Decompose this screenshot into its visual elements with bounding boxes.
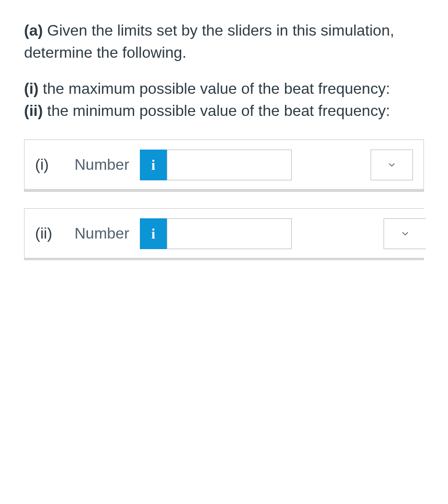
answer-row-i: (i) Number i <box>24 139 424 192</box>
unit-select-i[interactable] <box>371 150 413 180</box>
number-input-i[interactable] <box>167 150 292 180</box>
answer-i-label: (i) <box>35 153 64 176</box>
number-input-ii[interactable] <box>167 218 292 249</box>
chevron-down-icon <box>400 229 410 239</box>
info-icon: i <box>151 226 155 242</box>
answer-i-word: Number <box>75 153 129 176</box>
info-button-i[interactable]: i <box>140 150 167 180</box>
answer-ii-word: Number <box>75 222 129 244</box>
subquestion-i: (i) the maximum possible value of the be… <box>24 77 424 100</box>
question-intro: (a) Given the limits set by the sliders … <box>24 19 424 64</box>
answer-ii-label: (ii) <box>35 222 64 244</box>
subquestion-ii: (ii) the minimum possible value of the b… <box>24 100 424 122</box>
info-button-ii[interactable]: i <box>140 218 167 249</box>
subquestions: (i) the maximum possible value of the be… <box>24 77 424 122</box>
answer-row-ii: (ii) Number i <box>24 208 424 260</box>
intro-text: Given the limits set by the sliders in t… <box>24 22 394 61</box>
subq-i-text: the maximum possible value of the beat f… <box>43 80 390 97</box>
part-label: (a) <box>24 22 43 39</box>
subq-ii-text: the minimum possible value of the beat f… <box>47 102 390 119</box>
chevron-down-icon <box>387 160 397 170</box>
unit-select-ii[interactable] <box>384 218 426 249</box>
subq-i-label: (i) <box>24 80 38 97</box>
info-icon: i <box>151 157 155 173</box>
subq-ii-label: (ii) <box>24 102 43 119</box>
